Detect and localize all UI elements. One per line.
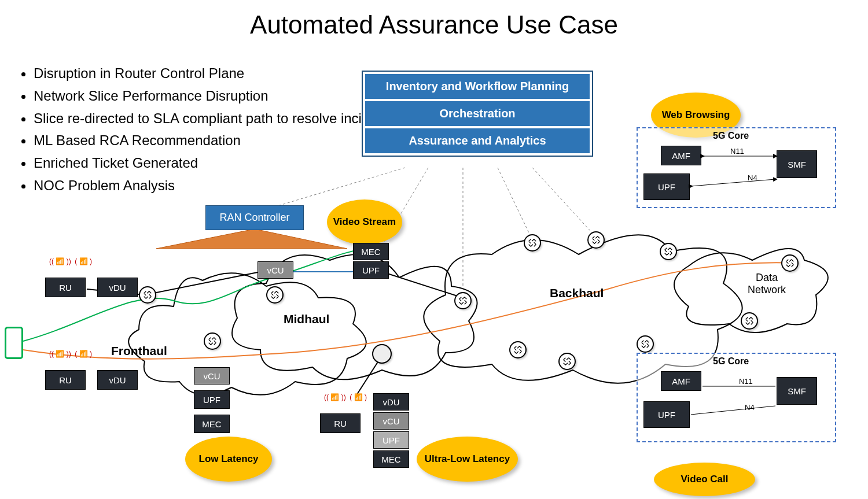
node-vcu: vCU bbox=[373, 412, 409, 430]
page-title: Automated Assurance Use Case bbox=[0, 10, 868, 39]
ran-controller-box: RAN Controller bbox=[205, 205, 304, 230]
router-icon bbox=[558, 353, 576, 370]
stack-orchestration: Orchestration bbox=[365, 101, 590, 126]
oval-ultra-low-latency: Ultra-Low Latency bbox=[417, 437, 518, 482]
router-icon bbox=[454, 292, 472, 309]
bullet-list: Disruption in Router Control Plane Netwo… bbox=[22, 64, 389, 198]
node-vdu: vDU bbox=[97, 278, 138, 297]
router-icon bbox=[139, 286, 156, 304]
antenna-icon: (( 📶 )) ( 📶 ) bbox=[49, 257, 92, 265]
node-mec: MEC bbox=[194, 415, 230, 433]
node-upf: UPF bbox=[373, 431, 409, 449]
svg-marker-5 bbox=[156, 229, 347, 249]
oval-label: Ultra-Low Latency bbox=[425, 453, 510, 465]
node-mec: MEC bbox=[353, 243, 389, 260]
router-icon bbox=[524, 234, 541, 252]
router-icon bbox=[741, 312, 758, 330]
management-stack: Inventory and Workflow Planning Orchestr… bbox=[362, 71, 593, 157]
oval-label: Video Stream bbox=[333, 216, 396, 228]
stack-inventory: Inventory and Workflow Planning bbox=[365, 74, 590, 99]
svg-line-13 bbox=[691, 179, 775, 186]
router-icon bbox=[204, 332, 221, 350]
bullet-item: Enriched Ticket Generated bbox=[34, 153, 389, 173]
oval-low-latency: Low Latency bbox=[185, 437, 272, 482]
oval-label: Low Latency bbox=[199, 453, 259, 465]
svg-line-8 bbox=[145, 272, 260, 295]
node-ru: RU bbox=[45, 278, 86, 297]
svg-marker-6 bbox=[156, 229, 347, 249]
node-vcu: vCU bbox=[194, 367, 230, 385]
bullet-item: NOC Problem Analysis bbox=[34, 176, 389, 196]
node-vcu: vCU bbox=[258, 261, 293, 279]
bullet-item: Disruption in Router Control Plane bbox=[34, 64, 389, 84]
router-icon bbox=[266, 286, 284, 304]
core-box-bottom: 5G Core AMF SMF UPF N11 N4 bbox=[637, 353, 836, 442]
router-icon bbox=[587, 231, 605, 249]
node-upf: UPF bbox=[353, 261, 389, 279]
router-icon bbox=[509, 341, 527, 358]
label-midhaul: Midhaul bbox=[284, 312, 329, 326]
router-highlight-icon bbox=[372, 344, 392, 364]
label-data-network: Data Network bbox=[738, 272, 796, 296]
phone-icon bbox=[5, 327, 23, 359]
bullet-item: Network Slice Performance Disruption bbox=[34, 86, 389, 106]
label-fronthaul: Fronthaul bbox=[111, 344, 167, 358]
oval-video-call: Video Call bbox=[654, 463, 755, 496]
router-icon bbox=[637, 335, 654, 353]
stack-assurance: Assurance and Analytics bbox=[365, 128, 590, 153]
node-ru: RU bbox=[320, 413, 361, 433]
svg-line-4 bbox=[532, 168, 596, 237]
oval-label: Video Call bbox=[681, 474, 729, 485]
router-icon bbox=[660, 243, 677, 260]
router-icon bbox=[781, 254, 799, 272]
oval-label: Web Browsing bbox=[662, 109, 730, 121]
node-vdu: vDU bbox=[373, 393, 409, 411]
svg-line-3 bbox=[498, 168, 532, 240]
antenna-icon: (( 📶 )) ( 📶 ) bbox=[49, 350, 92, 358]
oval-video-stream: Video Stream bbox=[327, 199, 402, 245]
bullet-item: Slice re-directed to SLA compliant path … bbox=[34, 109, 389, 129]
node-mec: MEC bbox=[373, 450, 409, 468]
node-upf: UPF bbox=[194, 390, 230, 409]
core-box-top: 5G Core AMF SMF UPF N11 N4 bbox=[637, 127, 836, 208]
bullet-item: ML Based RCA Recommendation bbox=[34, 131, 389, 151]
svg-line-10 bbox=[382, 272, 463, 298]
node-ru: RU bbox=[45, 370, 86, 390]
node-vdu: vDU bbox=[97, 370, 138, 390]
antenna-icon: (( 📶 )) ( 📶 ) bbox=[324, 393, 367, 401]
svg-line-15 bbox=[691, 406, 775, 415]
label-backhaul: Backhaul bbox=[550, 286, 604, 300]
